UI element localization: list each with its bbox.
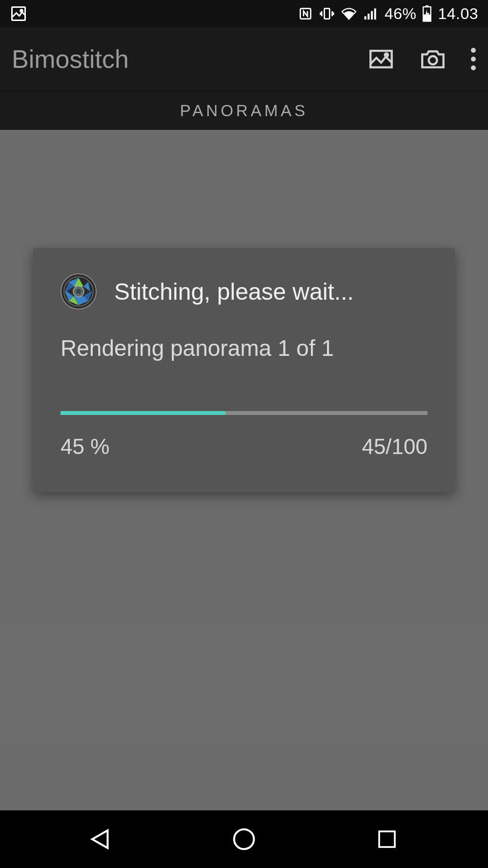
app-title: Bimostitch [12,44,129,74]
dialog-header: Stitching, please wait... [61,273,427,310]
dialog-title: Stitching, please wait... [114,278,354,305]
svg-point-1 [20,10,23,12]
svg-point-16 [471,65,476,70]
progress-count-label: 45/100 [362,434,427,459]
time-text: 14.03 [438,5,478,23]
svg-rect-6 [371,11,373,20]
home-button[interactable] [200,820,288,859]
dialog-status-text: Rendering panorama 1 of 1 [61,335,427,361]
svg-rect-22 [379,831,395,847]
picture-icon [10,5,27,22]
signal-icon [363,6,379,21]
battery-percent-text: 46% [385,5,417,23]
progress-percent-label: 45 % [61,434,109,459]
svg-rect-10 [424,15,431,21]
status-right: 46% 14.03 [298,5,478,23]
svg-point-21 [234,829,254,849]
nfc-icon [298,6,313,21]
camera-icon[interactable] [419,45,447,73]
content-area: Stitching, please wait... Rendering pano… [0,130,488,810]
app-logo-icon [61,273,97,310]
svg-point-13 [429,56,437,64]
svg-rect-7 [374,8,376,20]
svg-rect-3 [325,8,330,19]
gallery-icon[interactable] [367,45,395,73]
recent-button[interactable] [343,820,431,859]
progress-fill [61,411,225,415]
wifi-icon [341,5,357,22]
svg-point-14 [471,48,476,53]
app-actions [367,45,476,73]
svg-rect-4 [365,16,366,20]
tab-bar: PANORAMAS [0,91,488,130]
svg-point-20 [76,289,81,294]
svg-point-15 [471,57,476,62]
progress-dialog: Stitching, please wait... Rendering pano… [33,248,455,492]
status-bar: 46% 14.03 [0,0,488,27]
tab-panoramas[interactable]: PANORAMAS [180,102,308,120]
more-icon[interactable] [470,47,476,71]
app-bar: Bimostitch [0,27,488,91]
progress-labels: 45 % 45/100 [61,434,427,459]
svg-point-12 [385,53,388,56]
back-button[interactable] [57,820,145,859]
nav-bar [0,810,488,868]
progress-bar [61,411,427,415]
status-left [10,5,27,22]
svg-rect-5 [367,14,369,20]
battery-charging-icon [422,5,432,22]
vibrate-icon [319,6,335,21]
